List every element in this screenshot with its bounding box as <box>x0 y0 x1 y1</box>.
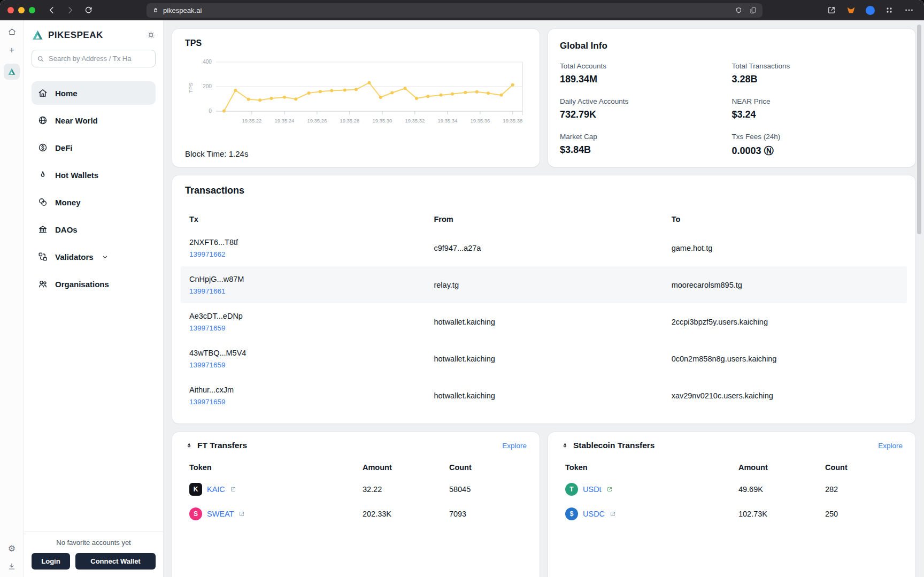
token-link[interactable]: SWEAT <box>207 510 234 518</box>
sidebar-item-label: DAOs <box>55 225 78 234</box>
external-link-icon[interactable] <box>238 511 245 517</box>
flame-icon <box>185 442 193 450</box>
stablecoin-header-row: Token Amount Count <box>561 458 903 477</box>
tx-block-link[interactable]: 139971662 <box>189 250 226 258</box>
flame-icon <box>37 170 48 180</box>
list-item: T USDt 49.69K 282 <box>561 477 903 502</box>
stat-value: 3.28B <box>732 74 904 85</box>
sidebar: PIKESPEAK Home Near World <box>24 20 164 577</box>
amount-cell: 49.69K <box>738 485 825 494</box>
svg-text:19:35:24: 19:35:24 <box>274 118 294 124</box>
wallet-extension-icon[interactable] <box>866 6 875 15</box>
table-row: 43wTBQ...M5V4 139971659 hotwallet.kaichi… <box>181 340 907 377</box>
window-content: + ⚙ PIKESPEAK <box>0 20 924 577</box>
traffic-lights <box>7 7 35 13</box>
column-header-tx: Tx <box>189 215 434 224</box>
tx-block-link[interactable]: 139971659 <box>189 324 226 332</box>
house-icon <box>37 88 48 98</box>
connect-wallet-button[interactable]: Connect Wallet <box>75 553 156 570</box>
tx-block-link[interactable]: 139971659 <box>189 361 226 369</box>
tps-point <box>390 91 394 95</box>
explore-link[interactable]: Explore <box>502 442 527 450</box>
main-content: TPS 0200400TPS19:35:2219:35:2419:35:2619… <box>164 20 924 577</box>
stat-txs-fees: Txs Fees (24h) 0.0003 Ⓝ <box>732 133 904 157</box>
stat-value: 189.34M <box>560 74 732 85</box>
scrollbar-thumb[interactable] <box>917 25 921 234</box>
external-link-icon[interactable] <box>606 486 613 493</box>
tps-point <box>475 90 479 94</box>
url-bar[interactable]: pikespeak.ai <box>147 3 763 18</box>
sidebar-item-home[interactable]: Home <box>32 81 156 105</box>
sidebar-item-organisations[interactable]: Organisations <box>32 272 156 296</box>
sidebar-item-label: Money <box>55 198 81 207</box>
external-link-icon[interactable] <box>230 486 236 493</box>
tx-block-link[interactable]: 139971659 <box>189 398 226 406</box>
new-tab-button[interactable]: + <box>9 45 14 55</box>
stat-label: Total Transactions <box>732 62 904 70</box>
shield-icon[interactable] <box>735 6 743 14</box>
browser-window: pikespeak.ai <box>0 0 924 577</box>
svg-text:TPS: TPS <box>188 82 194 93</box>
tx-from: hotwallet.kaiching <box>434 355 671 363</box>
block-time: Block Time: 1.24s <box>185 149 527 158</box>
table-row: 2NXFT6...T8tf 139971662 c9f947...a27a ga… <box>181 229 907 266</box>
token-link[interactable]: USDC <box>583 510 605 518</box>
tx-from: hotwallet.kaiching <box>434 318 671 326</box>
tps-chart-svg: 0200400TPS19:35:2219:35:2419:35:2619:35:… <box>185 52 527 134</box>
tabstrip-home-icon[interactable] <box>7 27 17 36</box>
global-info-title: Global Info <box>560 41 904 51</box>
amount-cell: 202.33K <box>363 510 449 518</box>
token-icon: T <box>565 483 578 496</box>
sidebar-item-daos[interactable]: DAOs <box>32 218 156 241</box>
sidebar-item-validators[interactable]: Validators <box>32 245 156 268</box>
open-in-icon[interactable] <box>827 5 836 15</box>
url-text: pikespeak.ai <box>163 6 202 14</box>
global-info-card: Global Info Total Accounts 189.34M Total… <box>548 29 915 167</box>
count-cell: 282 <box>825 485 898 494</box>
count-cell: 7093 <box>449 510 522 518</box>
external-link-icon[interactable] <box>610 511 616 517</box>
sidebar-item-money[interactable]: Money <box>32 190 156 214</box>
token-link[interactable]: KAIC <box>207 485 225 494</box>
reader-copy-icon[interactable] <box>749 6 757 14</box>
sidebar-item-label: Hot Wallets <box>55 171 98 180</box>
stat-near-price: NEAR Price $3.24 <box>732 97 904 120</box>
forward-button[interactable] <box>63 3 77 17</box>
sidebar-item-label: Near World <box>55 116 98 125</box>
search-input[interactable] <box>48 54 150 63</box>
minimize-window-button[interactable] <box>18 7 25 13</box>
reload-button[interactable] <box>81 3 95 17</box>
theme-toggle-icon[interactable] <box>147 30 156 40</box>
tps-point <box>511 83 514 87</box>
ft-header-row: Token Amount Count <box>185 458 527 477</box>
more-menu-icon[interactable] <box>904 5 914 16</box>
column-header-to: To <box>672 215 898 224</box>
login-button[interactable]: Login <box>32 553 70 570</box>
settings-icon[interactable]: ⚙ <box>8 544 16 553</box>
close-window-button[interactable] <box>7 7 14 13</box>
tps-point <box>426 95 429 98</box>
pikespeak-tab[interactable] <box>4 64 20 80</box>
extensions-grid-icon[interactable] <box>884 5 894 15</box>
token-link[interactable]: USDt <box>583 485 602 494</box>
sidebar-item-defi[interactable]: DeFi <box>32 136 156 159</box>
sidebar-item-near-world[interactable]: Near World <box>32 109 156 132</box>
sidebar-item-hot-wallets[interactable]: Hot Wallets <box>32 163 156 187</box>
count-cell: 250 <box>825 510 898 518</box>
stat-value: 732.79K <box>560 109 732 120</box>
back-button[interactable] <box>45 3 59 17</box>
bank-icon <box>37 224 48 235</box>
zoom-window-button[interactable] <box>29 7 35 13</box>
metamask-extension-icon[interactable] <box>846 5 856 16</box>
tps-point <box>355 88 358 91</box>
explore-link[interactable]: Explore <box>878 442 903 450</box>
ft-transfers-title: FT Transfers <box>197 441 247 450</box>
browser-topbar: pikespeak.ai <box>0 0 924 20</box>
chevron-down-icon <box>101 253 109 261</box>
tx-hash: CnHpjG...w87M <box>189 275 434 283</box>
column-header-count: Count <box>449 463 522 472</box>
tx-block-link[interactable]: 139971661 <box>189 287 226 295</box>
downloads-icon[interactable] <box>7 562 16 571</box>
svg-text:19:35:28: 19:35:28 <box>340 118 359 124</box>
tx-hash: 43wTBQ...M5V4 <box>189 349 434 357</box>
